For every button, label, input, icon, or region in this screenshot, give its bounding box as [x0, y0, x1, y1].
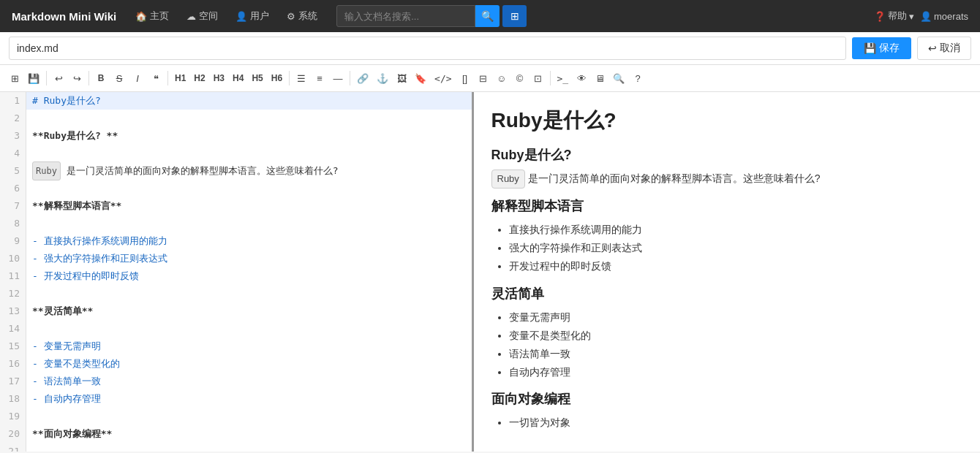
- toolbar-ul[interactable]: ☰: [293, 68, 310, 88]
- toolbar-undo[interactable]: ↩: [50, 68, 67, 88]
- code-line[interactable]: [26, 408, 472, 425]
- nav-home[interactable]: 🏠 主页: [128, 7, 176, 26]
- save-icon: 💾: [864, 42, 876, 54]
- toolbar-bold[interactable]: B: [92, 68, 110, 88]
- line-number: 7: [6, 197, 20, 215]
- line-number: 20: [6, 425, 20, 443]
- toolbar-ref[interactable]: 🔖: [411, 68, 430, 88]
- toolbar-sep-2: [88, 71, 89, 85]
- code-line[interactable]: - 变量无需声明: [26, 338, 472, 355]
- toolbar-split[interactable]: ⊞: [6, 68, 23, 88]
- code-line[interactable]: [26, 145, 472, 162]
- line-number: 5: [6, 162, 20, 180]
- list-item: 变量不是类型化的: [509, 327, 963, 345]
- editor-area: 12345678910111213141516171819202122 # Ru…: [0, 92, 980, 452]
- code-line[interactable]: - 自动内存管理: [26, 390, 472, 408]
- toolbar-sep-4: [289, 71, 290, 85]
- line-number: 21: [6, 443, 20, 452]
- code-line[interactable]: [26, 110, 472, 127]
- code-line[interactable]: # Ruby是什么?: [26, 92, 472, 110]
- toolbar-emoji[interactable]: ☺: [493, 68, 510, 88]
- toolbar-h1[interactable]: H1: [171, 68, 189, 88]
- ruby-badge: Ruby: [491, 170, 525, 189]
- toolbar-sep-3: [167, 71, 168, 85]
- code-line[interactable]: [26, 443, 472, 452]
- list-item: 开发过程中的即时反馈: [509, 257, 963, 275]
- help-menu[interactable]: ❓ 帮助 ▾: [874, 9, 914, 23]
- code-line[interactable]: **灵活简单**: [26, 302, 472, 320]
- toolbar-code-block[interactable]: []: [456, 68, 474, 88]
- toolbar-search[interactable]: 🔍: [609, 68, 628, 88]
- list-text: - 强大的字符操作和正则表达式: [32, 250, 167, 267]
- toolbar-h2[interactable]: H2: [190, 68, 208, 88]
- toolbar-h4[interactable]: H4: [229, 68, 247, 88]
- code-line[interactable]: - 强大的字符操作和正则表达式: [26, 250, 472, 267]
- toolbar-strikethrough[interactable]: S: [110, 68, 128, 88]
- bold-text: **解释型脚本语言**: [32, 197, 121, 215]
- heading-text: # Ruby是什么?: [32, 92, 101, 110]
- toolbar-fullscreen[interactable]: ⊡: [529, 68, 547, 88]
- toolbar-code-inline[interactable]: </>: [431, 68, 455, 88]
- code-line[interactable]: **解释型脚本语言**: [26, 197, 472, 215]
- code-line[interactable]: - 变量不是类型化的: [26, 355, 472, 373]
- code-line[interactable]: - 开发过程中的即时反馈: [26, 267, 472, 285]
- preview-section4-list: 一切皆为对象: [509, 414, 963, 432]
- search-input[interactable]: [336, 5, 475, 27]
- line-number: 18: [6, 390, 20, 408]
- toolbar-sub[interactable]: ©: [511, 68, 529, 88]
- nav-user[interactable]: 👤 用户: [228, 7, 276, 26]
- bold-text: **面向对象编程**: [32, 425, 112, 443]
- toolbar-link[interactable]: 🔗: [353, 68, 372, 88]
- preview-section3-list: 变量无需声明变量不是类型化的语法简单一致自动内存管理: [509, 308, 963, 382]
- preview-pane: Ruby是什么? Ruby是什么? Ruby是一门灵活简单的面向对象的解释型脚本…: [474, 92, 981, 452]
- toolbar-hr[interactable]: —: [329, 68, 347, 88]
- list-text: - 变量无需声明: [32, 338, 101, 355]
- toolbar: ⊞ 💾 ↩ ↪ B S I ❝ H1 H2 H3 H4 H5 H6 ☰ ≡ — …: [0, 65, 980, 92]
- code-editor[interactable]: # Ruby是什么?**Ruby是什么? **Ruby 是一门灵活简单的面向对象…: [26, 92, 472, 452]
- code-line[interactable]: **面向对象编程**: [26, 425, 472, 443]
- code-line[interactable]: [26, 320, 472, 338]
- preview-section1-text: 是一门灵活简单的面向对象的解释型脚本语言。这些意味着什么?: [528, 172, 821, 184]
- toolbar-anchor[interactable]: ⚓: [373, 68, 392, 88]
- user-menu[interactable]: 👤 moerats: [920, 11, 968, 22]
- filename-bar: 💾 保存 ↩ 取消: [0, 32, 980, 65]
- toolbar-terminal[interactable]: >_: [554, 68, 573, 88]
- toolbar-sep-6: [550, 71, 551, 85]
- preview-title: Ruby是什么?: [491, 107, 963, 134]
- line-numbers: 12345678910111213141516171819202122: [0, 92, 26, 452]
- nav-system[interactable]: ⚙ 系统: [279, 7, 325, 26]
- toolbar-table[interactable]: ⊟: [475, 68, 492, 88]
- preview-section4-title: 面向对象编程: [491, 390, 963, 408]
- toolbar-redo[interactable]: ↪: [68, 68, 86, 88]
- toolbar-h5[interactable]: H5: [248, 68, 266, 88]
- toolbar-quote[interactable]: ❝: [147, 68, 165, 88]
- toolbar-h3[interactable]: H3: [210, 68, 228, 88]
- toolbar-ol[interactable]: ≡: [311, 68, 328, 88]
- code-line[interactable]: [26, 215, 472, 232]
- toolbar-desktop[interactable]: 🖥: [591, 68, 608, 88]
- toolbar-h6[interactable]: H6: [268, 68, 286, 88]
- list-text: - 直接执行操作系统调用的能力: [32, 232, 167, 250]
- preview-section3-title: 灵活简单: [491, 285, 963, 302]
- line-number: 17: [6, 373, 20, 390]
- toolbar-italic[interactable]: I: [129, 68, 146, 88]
- code-line[interactable]: - 语法简单一致: [26, 373, 472, 390]
- filename-input[interactable]: [9, 37, 846, 60]
- toolbar-save[interactable]: 💾: [24, 68, 43, 88]
- code-line[interactable]: **Ruby是什么? **: [26, 127, 472, 145]
- code-line[interactable]: [26, 285, 472, 302]
- code-line[interactable]: - 直接执行操作系统调用的能力: [26, 232, 472, 250]
- toolbar-sep-5: [350, 71, 350, 85]
- toolbar-help[interactable]: ?: [629, 68, 647, 88]
- code-line[interactable]: Ruby 是一门灵活简单的面向对象的解释型脚本语言。这些意味着什么?: [26, 162, 472, 180]
- toolbar-preview[interactable]: 👁: [573, 68, 590, 88]
- nav-space[interactable]: ☁ 空间: [179, 7, 225, 26]
- grid-view-button[interactable]: ⊞: [502, 5, 527, 27]
- cancel-button[interactable]: ↩ 取消: [917, 37, 971, 60]
- save-button[interactable]: 💾 保存: [852, 37, 911, 59]
- toolbar-image[interactable]: 🖼: [393, 68, 410, 88]
- list-text: - 自动内存管理: [32, 390, 101, 408]
- search-button[interactable]: 🔍: [475, 5, 500, 27]
- code-line[interactable]: [26, 180, 472, 197]
- list-item: 语法简单一致: [509, 345, 963, 363]
